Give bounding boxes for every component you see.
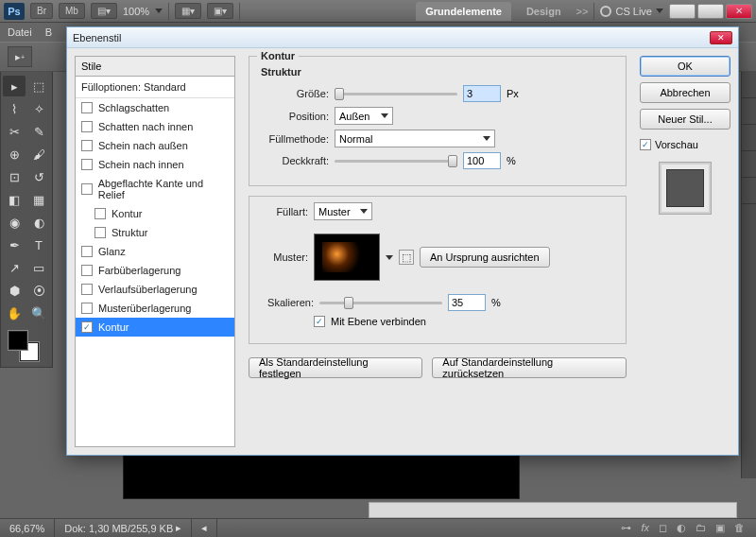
mask-icon[interactable]: ◻ [659, 522, 667, 534]
scale-slider[interactable] [319, 302, 442, 304]
app-minimize-button[interactable]: — [669, 4, 696, 19]
reset-default-button[interactable]: Auf Standardeinstellung zurücksetzen [432, 357, 627, 378]
style-checkbox[interactable] [81, 159, 93, 170]
trash-icon[interactable]: 🗑 [734, 522, 745, 534]
style-row-8[interactable]: Farbüberlagerung [76, 261, 234, 280]
style-row-9[interactable]: Verlaufsüberlagerung [76, 280, 234, 299]
arrange-button[interactable]: ▦▾ [175, 3, 201, 19]
zoom-tool[interactable]: 🔍 [27, 303, 50, 323]
3d-tool[interactable]: ⬢ [3, 280, 26, 301]
preview-checkbox[interactable]: ✓ [640, 139, 651, 150]
size-input[interactable] [463, 85, 501, 102]
workspace-more[interactable]: >> [576, 6, 589, 17]
bridge-button[interactable]: Br [30, 3, 53, 19]
opacity-input[interactable] [463, 152, 501, 169]
style-checkbox[interactable]: ✓ [81, 321, 93, 333]
minibridge-button[interactable]: Mb [59, 3, 85, 19]
zoom-arrow-icon[interactable] [155, 9, 163, 13]
style-row-10[interactable]: Musterüberlagerung [76, 299, 234, 318]
pen-tool[interactable]: ✒ [3, 234, 26, 255]
style-row-6[interactable]: Struktur [76, 223, 234, 242]
cancel-button[interactable]: Abbrechen [640, 82, 730, 103]
path-tool[interactable]: ↗ [3, 257, 26, 278]
snap-origin-button[interactable]: An Ursprung ausrichten [420, 247, 550, 268]
scale-input[interactable] [448, 294, 486, 311]
position-dropdown[interactable]: Außen [335, 107, 393, 125]
styles-header[interactable]: Stile [75, 56, 235, 77]
pattern-picker[interactable] [314, 234, 380, 281]
shape-tool[interactable]: ▭ [27, 257, 50, 278]
crop-tool[interactable]: ✂ [3, 121, 26, 142]
new-icon[interactable]: ▣ [715, 522, 725, 534]
style-checkbox[interactable] [81, 183, 93, 195]
workspace-tab-grundelemente[interactable]: Grundelemente [416, 2, 511, 21]
blendmode-dropdown[interactable]: Normal [335, 130, 495, 147]
filltype-dropdown[interactable]: Muster [314, 202, 372, 220]
type-tool[interactable]: T [27, 234, 50, 255]
blend-options-row[interactable]: Fülloptionen: Standard [76, 77, 234, 98]
screenmode-button[interactable]: ▤▾ [91, 3, 117, 19]
heal-tool[interactable]: ⊕ [3, 144, 26, 165]
workspace-tab-design[interactable]: Design [517, 2, 571, 21]
style-label: Abgeflachte Kante und Relief [98, 178, 229, 200]
style-row-1[interactable]: Schatten nach innen [76, 117, 234, 136]
new-style-button[interactable]: Neuer Stil... [640, 109, 730, 130]
extras-button[interactable]: ▣▾ [207, 3, 233, 19]
wand-tool[interactable]: ✧ [27, 98, 50, 119]
cslive-button[interactable]: CS Live [600, 6, 663, 17]
style-checkbox[interactable] [81, 303, 93, 314]
style-checkbox[interactable] [94, 208, 106, 219]
dialog-titlebar[interactable]: Ebenenstil ✕ [67, 27, 738, 48]
style-row-3[interactable]: Schein nach innen [76, 155, 234, 174]
ok-button[interactable]: OK [640, 56, 730, 77]
new-preset-button[interactable]: ⬚ [399, 250, 414, 265]
history-brush-tool[interactable]: ↺ [27, 166, 50, 187]
stamp-tool[interactable]: ⊡ [3, 166, 26, 187]
app-maximize-button[interactable]: □ [697, 4, 724, 19]
marquee-tool[interactable]: ⬚ [27, 76, 50, 96]
style-row-0[interactable]: Schlagschatten [76, 98, 234, 117]
tool-preset-button[interactable]: ▸+ [8, 46, 32, 67]
style-checkbox[interactable] [81, 284, 93, 295]
style-checkbox[interactable] [81, 246, 93, 257]
link-layer-checkbox[interactable]: ✓ [314, 316, 325, 327]
style-checkbox[interactable] [81, 265, 93, 276]
status-zoom[interactable]: 66,67% [0, 519, 55, 537]
style-checkbox[interactable] [81, 140, 93, 151]
style-row-7[interactable]: Glanz [76, 242, 234, 261]
style-row-5[interactable]: Kontur [76, 204, 234, 223]
style-checkbox[interactable] [94, 227, 106, 238]
style-checkbox[interactable] [81, 121, 93, 132]
link-icon[interactable]: ⊶ [621, 522, 631, 534]
menu-b[interactable]: B [45, 26, 52, 38]
color-swatches[interactable] [3, 329, 50, 363]
move-tool[interactable]: ▸ [3, 76, 26, 96]
document-canvas[interactable] [123, 452, 520, 499]
status-scroll-left[interactable]: ◂ [192, 519, 217, 537]
3d-cam-tool[interactable]: ⦿ [27, 280, 50, 301]
app-close-button[interactable]: ✕ [726, 4, 752, 19]
fx-icon[interactable]: fx [641, 522, 649, 534]
opacity-slider[interactable] [335, 160, 457, 163]
lasso-tool[interactable]: ⌇ [3, 98, 26, 119]
make-default-button[interactable]: Als Standardeinstellung festlegen [249, 357, 422, 378]
dodge-tool[interactable]: ◐ [27, 212, 50, 233]
eraser-tool[interactable]: ◧ [3, 189, 26, 210]
fill-icon[interactable]: ◐ [677, 522, 686, 534]
gradient-tool[interactable]: ▦ [27, 189, 50, 210]
style-row-11[interactable]: ✓Kontur [76, 318, 234, 337]
status-doc[interactable]: Dok: 1,30 MB/255,9 KB ▸ [55, 519, 192, 537]
style-checkbox[interactable] [81, 102, 93, 113]
hand-tool[interactable]: ✋ [3, 303, 26, 323]
folder-icon[interactable]: 🗀 [696, 522, 706, 534]
eyedropper-tool[interactable]: ✎ [27, 121, 50, 142]
pattern-flyout-icon[interactable] [386, 255, 393, 260]
menu-datei[interactable]: Datei [8, 26, 32, 38]
dialog-close-button[interactable]: ✕ [710, 31, 732, 44]
blur-tool[interactable]: ◉ [3, 212, 26, 233]
style-row-2[interactable]: Schein nach außen [76, 136, 234, 155]
style-row-4[interactable]: Abgeflachte Kante und Relief [76, 174, 234, 204]
horizontal-scrollbar[interactable] [369, 502, 737, 518]
size-slider[interactable] [335, 93, 457, 95]
brush-tool[interactable]: 🖌 [27, 144, 50, 165]
